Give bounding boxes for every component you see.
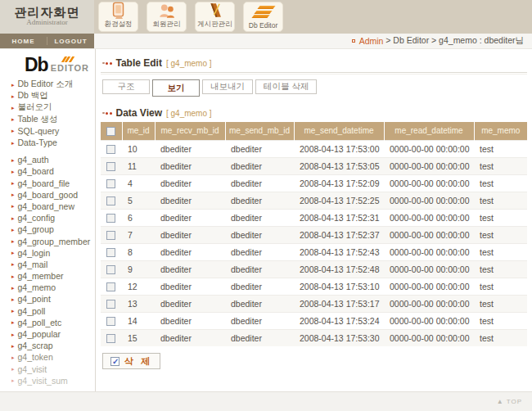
tab-boards[interactable]: 게시판관리 — [195, 2, 235, 32]
back-to-top-link[interactable]: ▲ TOP — [497, 398, 522, 405]
sidebar-table-item[interactable]: ▸g4_board_file — [11, 178, 95, 189]
sidebar-table-item[interactable]: ▸g4_board_good — [11, 189, 95, 201]
table-cell: 2008-04-13 17:52:48 — [294, 260, 384, 278]
sidebar-table-item[interactable]: ▸g4_mail — [11, 259, 95, 270]
sidebar-table-item-label: g4_board_file — [18, 178, 70, 188]
tab-members[interactable]: 회원관리 — [147, 2, 187, 32]
sidebar-table-item[interactable]: ▸g4_visit_sum — [11, 375, 95, 386]
row-checkbox[interactable] — [106, 214, 115, 223]
table-cell: 2008-04-13 17:52:25 — [294, 192, 384, 209]
table-cell: dbediter — [155, 260, 225, 278]
table-cell: 2008-04-13 17:53:05 — [294, 157, 384, 174]
breadcrumb-bullet-icon — [352, 39, 355, 43]
table-row: 8dbediterdbediter2008-04-13 17:52:430000… — [101, 243, 527, 260]
breadcrumb-path: > Db Editor > g4_memo : dbediter님 — [383, 35, 524, 47]
sidebar-table-item[interactable]: ▸g4_board_new — [11, 201, 95, 212]
sidebar-table-list: ▸g4_auth▸g4_board▸g4_board_file▸g4_board… — [0, 154, 95, 386]
row-checkbox[interactable] — [106, 179, 115, 188]
table-cell: 0000-00-00 00:00:00 — [384, 192, 474, 209]
monitor-icon — [110, 2, 128, 20]
sidebar-menu-item[interactable]: ▸Db Editor 소개 — [11, 79, 95, 90]
table-cell: dbediter — [225, 209, 294, 226]
sidebar-table-item-label: g4_memo — [18, 282, 56, 292]
arrow-icon: ▸ — [11, 355, 15, 360]
row-checkbox[interactable] — [106, 282, 115, 291]
table-cell: 15 — [122, 329, 155, 346]
table-edit-button[interactable]: 내보내기 — [202, 79, 253, 94]
arrow-icon: ▸ — [11, 238, 15, 244]
sidebar-menu-item[interactable]: ▸불러오기 — [11, 102, 95, 113]
row-checkbox[interactable] — [106, 300, 115, 309]
sidebar-table-item[interactable]: ▸g4_config — [11, 212, 95, 224]
sidebar-table-item[interactable]: ▸g4_member — [11, 270, 95, 282]
table-cell: test — [474, 226, 527, 243]
arrow-icon: ▸ — [11, 82, 15, 88]
row-checkbox-cell — [101, 329, 122, 346]
table-edit-button[interactable]: 테이블 삭제 — [255, 79, 317, 94]
sidebar-table-item[interactable]: ▸g4_visit — [11, 364, 95, 375]
row-checkbox[interactable] — [106, 196, 115, 206]
row-checkbox[interactable] — [106, 231, 115, 240]
column-header: me_id — [122, 122, 155, 140]
table-cell: 2008-04-13 17:52:37 — [294, 226, 384, 243]
sidebar-table-item[interactable]: ▸g4_board — [11, 165, 95, 177]
tab-label: 환경설정 — [105, 20, 133, 29]
table-cell: 4 — [122, 174, 155, 192]
sidebar-table-item[interactable]: ▸g4_scrap — [11, 340, 95, 351]
logout-button[interactable]: LOGOUT — [47, 38, 94, 45]
column-header: me_recv_mb_id — [155, 122, 225, 140]
table-row: 15dbediterdbediter2008-04-13 17:53:30000… — [101, 329, 527, 346]
sidebar-table-item[interactable]: ▸g4_memo — [11, 282, 95, 293]
table-cell: 0000-00-00 00:00:00 — [384, 329, 474, 346]
table-cell: 6 — [122, 209, 155, 226]
sidebar-table-item[interactable]: ▸g4_auth — [11, 154, 95, 165]
sidebar-menu-item[interactable]: ▸Data-Type — [11, 137, 95, 148]
table-cell: 0000-00-00 00:00:00 — [384, 278, 474, 295]
table-cell: dbediter — [155, 329, 225, 346]
row-checkbox[interactable] — [106, 162, 115, 171]
sidebar-table-item[interactable]: ▸g4_token — [11, 351, 95, 363]
table-cell: dbediter — [225, 278, 294, 295]
table-cell: 0000-00-00 00:00:00 — [384, 243, 474, 260]
sidebar-table-item-label: g4_group_member — [18, 237, 91, 246]
sidebar-menu-item[interactable]: ▸Table 생성 — [11, 114, 95, 125]
table-edit-button[interactable]: 보기 — [152, 79, 200, 97]
sidebar-menu-item[interactable]: ▸Db 백업 — [11, 90, 95, 102]
breadcrumb: Admin > Db Editor > g4_memo : dbediter님 — [94, 34, 532, 48]
select-all-checkbox[interactable] — [106, 127, 115, 136]
sidebar-table-item-label: g4_scrap — [18, 341, 53, 350]
tab-config[interactable]: 환경설정 — [98, 2, 138, 32]
sidebar-table-item[interactable]: ▸g4_point — [11, 293, 95, 305]
tab-label: Db Editor — [249, 21, 277, 29]
row-checkbox[interactable] — [106, 145, 115, 154]
sidebar-table-item[interactable]: ▸g4_popular — [11, 328, 95, 340]
row-checkbox-cell — [101, 192, 122, 209]
home-button[interactable]: HOME — [0, 38, 47, 45]
row-checkbox[interactable] — [106, 248, 115, 257]
table-cell: dbediter — [225, 329, 294, 346]
sidebar-table-item[interactable]: ▸g4_poll — [11, 305, 95, 317]
sidebar-table-item[interactable]: ▸g4_group_member — [11, 235, 95, 246]
delete-button[interactable]: 삭 제 — [102, 353, 160, 369]
table-header-checkbox-cell — [101, 122, 122, 140]
row-checkbox[interactable] — [106, 265, 115, 274]
tab-db-editor[interactable]: Db Editor — [243, 2, 283, 32]
table-cell: dbediter — [155, 312, 225, 329]
sidebar-table-item[interactable]: ▸g4_login — [11, 247, 95, 259]
arrow-icon: ▸ — [11, 296, 15, 302]
table-edit-button[interactable]: 구조 — [102, 79, 150, 94]
sidebar-table-item[interactable]: ▸g4_group — [11, 224, 95, 235]
arrow-icon: ▸ — [11, 93, 15, 99]
table-cell: dbediter — [225, 192, 294, 209]
arrow-icon: ▸ — [11, 105, 15, 111]
table-row: 14dbediterdbediter2008-04-13 17:53:24000… — [101, 312, 527, 329]
delete-checkbox-icon — [110, 357, 119, 366]
data-view-table-ref: [ g4_memo ] — [166, 109, 212, 118]
sidebar-table-item[interactable]: ▸g4_poll_etc — [11, 317, 95, 328]
row-checkbox[interactable] — [106, 334, 115, 343]
row-checkbox[interactable] — [106, 317, 115, 326]
row-checkbox-cell — [101, 174, 122, 192]
sidebar-menu-item[interactable]: ▸SQL-query — [11, 125, 95, 137]
breadcrumb-admin-link[interactable]: Admin — [359, 36, 384, 46]
sidebar-table-item-label: g4_visit_sum — [18, 376, 68, 386]
